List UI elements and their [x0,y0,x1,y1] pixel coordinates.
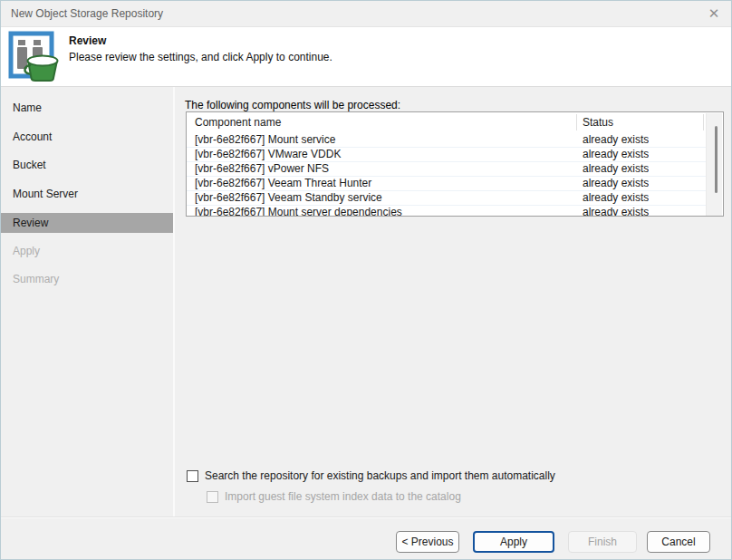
component-name-cell: [vbr-6e82f667] vPower NFS [195,162,562,176]
table-header: Component name Status [187,112,723,133]
table-row[interactable]: [vbr-6e82f667] vPower NFSalready exists [187,162,707,177]
status-cell: already exists [583,206,649,217]
component-name-cell: [vbr-6e82f667] Mount service [195,133,562,147]
cancel-button[interactable]: Cancel [647,531,710,553]
object-storage-repository-icon [8,31,61,86]
column-separator [576,114,577,130]
column-header-status[interactable]: Status [583,116,613,129]
titlebar: New Object Storage Repository ✕ [1,1,731,26]
component-name-cell: [vbr-6e82f667] Mount server dependencies [195,206,562,217]
table-row[interactable]: [vbr-6e82f667] Veeam Threat Hunteralread… [187,177,707,191]
apply-button[interactable]: Apply [473,531,554,553]
page-description: Please review the settings, and click Ap… [69,51,332,63]
table-row[interactable]: [vbr-6e82f667] Veeam Standby servicealre… [187,191,707,206]
previous-button[interactable]: < Previous [396,531,459,553]
table-row[interactable]: [vbr-6e82f667] Mount servicealready exis… [187,133,707,148]
table-row[interactable]: [vbr-6e82f667] VMware VDDKalready exists [187,148,707,162]
page-title: Review [69,34,106,47]
search-repository-checkbox-label: Search the repository for existing backu… [205,469,555,482]
import-index-checkbox-row: Import guest file system index data to t… [207,490,461,503]
vertical-scrollbar[interactable] [706,113,722,217]
close-icon[interactable]: ✕ [705,5,723,22]
search-repository-checkbox[interactable] [187,470,198,482]
component-name-cell: [vbr-6e82f667] Veeam Standby service [195,191,562,205]
column-separator [703,114,704,130]
sidebar-item-review[interactable]: Review [1,213,173,233]
sidebar-item-account[interactable]: Account [1,123,173,152]
status-cell: already exists [583,191,649,205]
component-table-body: [vbr-6e82f667] Mount servicealready exis… [187,133,707,217]
wizard-header: Review Please review the settings, and c… [1,26,731,87]
sidebar-item-bucket[interactable]: Bucket [1,151,173,180]
component-name-cell: [vbr-6e82f667] Veeam Threat Hunter [195,177,562,190]
sidebar-item-summary: Summary [1,266,173,294]
component-name-cell: [vbr-6e82f667] VMware VDDK [195,148,562,161]
footer: < Previous Apply Finish Cancel [1,517,731,560]
new-object-storage-repository-dialog: New Object Storage Repository ✕ Review P… [0,0,732,560]
finish-button: Finish [568,531,637,553]
sidebar-item-apply: Apply [1,237,173,266]
components-table: Component name Status [vbr-6e82f667] Mou… [186,111,724,217]
status-cell: already exists [583,162,649,176]
status-cell: already exists [583,177,649,190]
scrollbar-thumb[interactable] [715,126,718,193]
status-cell: already exists [583,148,649,161]
column-header-component-name[interactable]: Component name [195,116,281,129]
components-label: The following components will be process… [185,99,400,111]
sidebar-steps: NameAccountBucketMount ServerReviewApply… [1,87,173,294]
sidebar-divider [173,87,175,517]
import-index-checkbox [207,491,218,503]
sidebar-item-name[interactable]: Name [1,94,173,123]
search-repository-checkbox-row: Search the repository for existing backu… [187,469,555,482]
window-title: New Object Storage Repository [11,7,163,20]
status-cell: already exists [583,133,649,147]
import-index-checkbox-label: Import guest file system index data to t… [225,490,461,503]
wizard-steps-sidebar: NameAccountBucketMount ServerReviewApply… [1,87,173,517]
sidebar-item-mount-server[interactable]: Mount Server [1,180,173,209]
table-row[interactable]: [vbr-6e82f667] Mount server dependencies… [187,206,707,217]
